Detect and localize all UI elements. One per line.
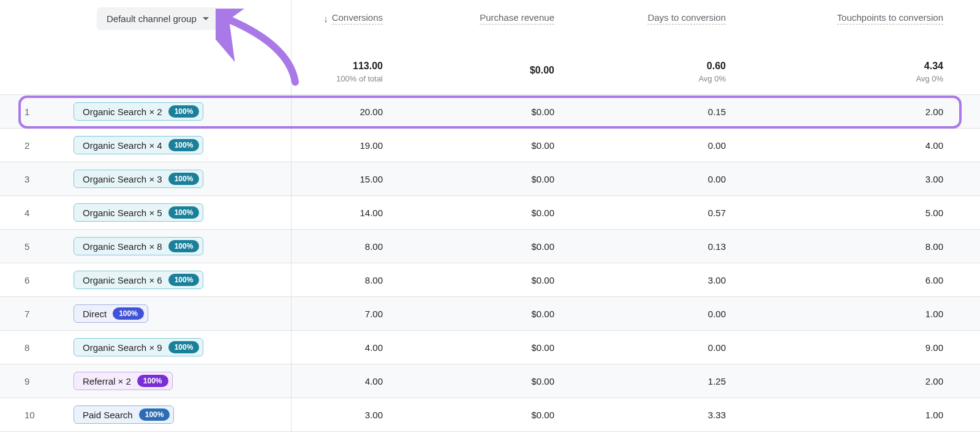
channel-path-pill[interactable]: Referral × 2100%	[74, 372, 173, 390]
cell-purchase-revenue: $0.00	[420, 208, 591, 218]
row-index: 3	[24, 174, 74, 184]
cell-touchpoints: 6.00	[763, 275, 980, 285]
column-header-touchpoints[interactable]: Touchpoints to conversion	[763, 12, 980, 24]
table-row[interactable]: 10Paid Search100%3.00$0.003.331.00	[0, 398, 980, 432]
row-index: 5	[24, 241, 74, 252]
channel-path-pill[interactable]: Direct100%	[74, 304, 148, 323]
cell-days-to-conversion: 0.00	[591, 140, 763, 151]
channel-path-pill[interactable]: Organic Search × 4100%	[74, 136, 203, 154]
summary-purchase-revenue: $0.00	[420, 48, 591, 78]
table-row[interactable]: 9Referral × 2100%4.00$0.001.252.00	[0, 364, 980, 398]
row-index: 7	[24, 309, 74, 319]
header-row: Default channel group Conversions Purcha…	[0, 0, 980, 37]
cell-touchpoints: 9.00	[763, 342, 980, 353]
cell-conversions: 4.00	[291, 342, 420, 353]
channel-path-percent: 100%	[168, 240, 200, 252]
table-row[interactable]: 1Organic Search × 2100%20.00$0.000.152.0…	[0, 95, 980, 129]
cell-conversions: 20.00	[291, 107, 420, 117]
column-header-purchase-revenue[interactable]: Purchase revenue	[420, 12, 591, 24]
cell-conversions: 3.00	[291, 410, 420, 420]
table-row[interactable]: 5Organic Search × 8100%8.00$0.000.138.00	[0, 230, 980, 263]
column-header-days-to-conversion[interactable]: Days to conversion	[591, 12, 763, 24]
row-index: 2	[24, 140, 74, 151]
channel-path-percent: 100%	[168, 274, 200, 286]
channel-path-percent: 100%	[168, 139, 200, 151]
channel-path-percent: 100%	[139, 408, 170, 421]
channel-path-label: Referral × 2	[83, 376, 131, 386]
channel-path-percent: 100%	[168, 341, 200, 353]
cell-days-to-conversion: 0.13	[591, 241, 763, 252]
dimension-selector[interactable]: Default channel group	[97, 7, 219, 30]
summary-conversions: 113.00 100% of total	[291, 43, 420, 83]
column-divider	[291, 0, 292, 432]
cell-purchase-revenue: $0.00	[420, 174, 591, 184]
table-row[interactable]: 2Organic Search × 4100%19.00$0.000.004.0…	[0, 129, 980, 162]
dimension-selector-label: Default channel group	[107, 13, 197, 24]
row-index: 4	[24, 208, 74, 218]
channel-path-percent: 100%	[137, 375, 168, 387]
cell-touchpoints: 4.00	[763, 140, 980, 151]
table-row[interactable]: 6Organic Search × 6100%8.00$0.003.006.00	[0, 263, 980, 297]
conversion-paths-table: Default channel group Conversions Purcha…	[0, 0, 980, 432]
table-row[interactable]: 7Direct100%7.00$0.000.001.00	[0, 297, 980, 331]
cell-purchase-revenue: $0.00	[420, 376, 591, 386]
cell-purchase-revenue: $0.00	[420, 107, 591, 117]
cell-touchpoints: 3.00	[763, 174, 980, 184]
cell-touchpoints: 1.00	[763, 309, 980, 319]
channel-path-label: Organic Search × 4	[83, 140, 162, 151]
cell-touchpoints: 1.00	[763, 410, 980, 420]
chevron-down-icon	[203, 17, 209, 20]
cell-days-to-conversion: 3.00	[591, 275, 763, 285]
channel-path-pill[interactable]: Organic Search × 3100%	[74, 170, 203, 188]
channel-path-pill[interactable]: Organic Search × 9100%	[74, 338, 203, 356]
cell-conversions: 8.00	[291, 275, 420, 285]
channel-path-percent: 100%	[113, 307, 144, 320]
channel-path-label: Organic Search × 6	[83, 275, 162, 285]
summary-days-to-conversion: 0.60 Avg 0%	[591, 43, 763, 83]
channel-path-label: Paid Search	[83, 410, 133, 420]
channel-path-label: Direct	[83, 309, 107, 319]
cell-purchase-revenue: $0.00	[420, 342, 591, 353]
channel-path-percent: 100%	[168, 105, 200, 118]
channel-path-label: Organic Search × 8	[83, 241, 162, 252]
cell-conversions: 15.00	[291, 174, 420, 184]
cell-purchase-revenue: $0.00	[420, 410, 591, 420]
cell-days-to-conversion: 0.57	[591, 208, 763, 218]
channel-path-pill[interactable]: Organic Search × 2100%	[74, 102, 203, 121]
row-index: 10	[24, 410, 74, 420]
cell-touchpoints: 2.00	[763, 376, 980, 386]
cell-purchase-revenue: $0.00	[420, 309, 591, 319]
cell-touchpoints: 8.00	[763, 241, 980, 252]
cell-conversions: 7.00	[291, 309, 420, 319]
table-row[interactable]: 4Organic Search × 5100%14.00$0.000.575.0…	[0, 196, 980, 230]
column-header-conversions[interactable]: Conversions	[291, 12, 420, 24]
row-index: 1	[24, 107, 74, 117]
row-index: 9	[24, 376, 74, 386]
row-index: 6	[24, 275, 74, 285]
channel-path-percent: 100%	[168, 206, 200, 219]
channel-path-percent: 100%	[168, 173, 200, 185]
channel-path-label: Organic Search × 2	[83, 107, 162, 117]
cell-purchase-revenue: $0.00	[420, 275, 591, 285]
channel-path-pill[interactable]: Paid Search100%	[74, 405, 174, 424]
channel-path-pill[interactable]: Organic Search × 8100%	[74, 237, 203, 255]
cell-days-to-conversion: 1.25	[591, 376, 763, 386]
table-row[interactable]: 3Organic Search × 3100%15.00$0.000.003.0…	[0, 162, 980, 196]
row-index: 8	[24, 342, 74, 353]
cell-days-to-conversion: 0.00	[591, 309, 763, 319]
cell-conversions: 14.00	[291, 208, 420, 218]
cell-days-to-conversion: 0.15	[591, 107, 763, 117]
channel-path-label: Organic Search × 3	[83, 174, 162, 184]
cell-conversions: 4.00	[291, 376, 420, 386]
summary-touchpoints: 4.34 Avg 0%	[763, 43, 980, 83]
sort-descending-icon	[323, 13, 328, 24]
cell-conversions: 8.00	[291, 241, 420, 252]
channel-path-pill[interactable]: Organic Search × 5100%	[74, 203, 203, 222]
cell-purchase-revenue: $0.00	[420, 241, 591, 252]
summary-row: 113.00 100% of total $0.00 0.60 Avg 0% 4…	[0, 37, 980, 95]
table-row[interactable]: 8Organic Search × 9100%4.00$0.000.009.00	[0, 331, 980, 364]
channel-path-pill[interactable]: Organic Search × 6100%	[74, 271, 203, 289]
cell-purchase-revenue: $0.00	[420, 140, 591, 151]
cell-conversions: 19.00	[291, 140, 420, 151]
cell-touchpoints: 2.00	[763, 107, 980, 117]
